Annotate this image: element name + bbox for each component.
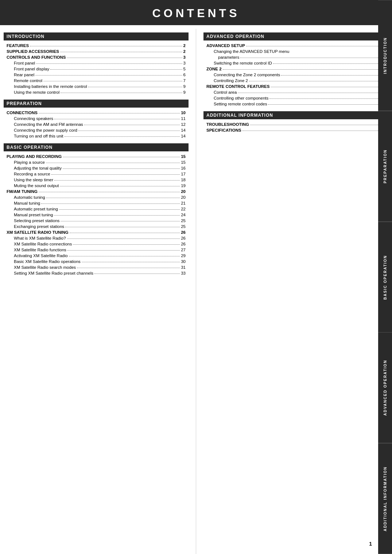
- entry-title: Automatic preset tuning: [14, 207, 58, 211]
- toc-entry-10: Manual preset tuning24: [4, 212, 189, 218]
- entry-page: 10: [181, 111, 186, 115]
- toc-entry-4: Turning on and off this unit14: [4, 133, 189, 139]
- entry-title: parameters: [218, 55, 239, 59]
- entry-dots: [268, 104, 380, 105]
- toc-entry-7: Installing batteries in the remote contr…: [4, 84, 189, 89]
- entry-page: 21: [181, 201, 186, 205]
- entry-title: Controlling other components: [214, 96, 268, 100]
- entry-title: PLAYING AND RECORDING: [7, 154, 62, 159]
- entry-page: 25: [181, 218, 186, 223]
- entry-dots: [46, 163, 180, 163]
- side-tab-3[interactable]: ADVANCED OPERATION: [378, 332, 392, 443]
- entry-title: CONNECTIONS: [7, 111, 38, 115]
- entry-dots: [54, 215, 180, 216]
- entry-dots: [65, 136, 180, 137]
- entry-page: 19: [181, 183, 186, 188]
- page-container: CONTENTS INTRODUCTIONFEATURES2SUPPLIED A…: [0, 0, 392, 554]
- entry-page: 26: [181, 230, 186, 235]
- entry-dots: [73, 244, 180, 245]
- entry-dots: [30, 46, 182, 46]
- entry-title: SPECIFICATIONS: [206, 128, 241, 132]
- entry-page: 14: [181, 134, 186, 138]
- entry-title: XM Satellite Radio functions: [14, 248, 66, 252]
- entry-title: Installing batteries in the remote contr…: [14, 84, 87, 89]
- toc-entry-14: What is XM Satellite Radio?26: [4, 235, 189, 241]
- entry-title: XM Satellite Radio connections: [14, 242, 72, 246]
- entry-page: 29: [181, 253, 186, 258]
- entry-page: 30: [181, 259, 186, 264]
- entry-page: 22: [181, 207, 186, 211]
- page-number: 1: [369, 541, 372, 547]
- entry-dots: [60, 52, 182, 52]
- toc-entry-3: Recording a source17: [4, 171, 189, 177]
- entry-dots: [88, 87, 182, 87]
- entry-page: 5: [183, 67, 186, 71]
- toc-entry-4: ZONE 237: [203, 66, 388, 72]
- toc-entry-7: Automatic tuning20: [4, 194, 189, 200]
- entry-page: 26: [181, 236, 186, 240]
- entry-title: SUPPLIED ACCESSORIES: [7, 49, 59, 54]
- entry-page: 12: [181, 122, 186, 127]
- toc-entry-8: Manual tuning21: [4, 200, 189, 206]
- entry-title: Manual tuning: [14, 201, 40, 205]
- toc-entry-0: FEATURES2: [4, 43, 189, 49]
- toc-entry-6: Controlling Zone 238: [203, 78, 388, 84]
- entry-title: Adjusting the tonal quality: [14, 166, 62, 170]
- entry-dots: [54, 119, 180, 119]
- entry-title: XM Satellite Radio search modes: [14, 265, 76, 270]
- toc-entry-10: Setting remote control codes41: [203, 101, 388, 107]
- entry-dots: [271, 87, 380, 87]
- toc-entry-0: TROUBLESHOOTING42: [203, 121, 388, 127]
- entry-title: Front panel display: [14, 67, 49, 71]
- toc-section-advanced-operation: ADVANCED OPERATIONADVANCED SETUP35Changi…: [203, 32, 388, 107]
- entry-title: ADVANCED SETUP: [206, 43, 245, 48]
- toc-section-additional-information: ADDITIONAL INFORMATIONTROUBLESHOOTING42S…: [203, 111, 388, 133]
- entry-title: Turning on and off this unit: [14, 134, 63, 138]
- entry-page: 3: [183, 61, 186, 65]
- toc-entry-19: XM Satellite Radio search modes31: [4, 264, 189, 270]
- toc-entry-1: Connecting speakers11: [4, 116, 189, 121]
- toc-entry-6: Remote control7: [4, 78, 189, 84]
- entry-title: Automatic tuning: [14, 195, 45, 199]
- entry-title: TROUBLESHOOTING: [206, 122, 249, 127]
- toc-entry-17: Activating XM Satellite Radio29: [4, 253, 189, 259]
- toc-entry-0: CONNECTIONS10: [4, 110, 189, 116]
- entry-title: What is XM Satellite Radio?: [14, 236, 66, 240]
- toc-entry-4: Front panel display5: [4, 66, 189, 72]
- entry-title: Basic XM Satellite Radio operations: [14, 259, 81, 264]
- entry-title: Connecting the power supply cord: [14, 128, 77, 132]
- toc-entry-1: Changing the ADVANCED SETUP menu: [203, 49, 388, 54]
- entry-page: 2: [183, 43, 186, 48]
- toc-entry-16: XM Satellite Radio functions27: [4, 247, 189, 253]
- left-column: INTRODUCTIONFEATURES2SUPPLIED ACCESSORIE…: [4, 29, 196, 554]
- entry-title: Exchanging preset stations: [14, 224, 64, 229]
- entry-dots: [240, 58, 380, 58]
- entry-dots: [242, 131, 380, 131]
- entry-dots: [77, 268, 180, 268]
- entry-dots: [65, 227, 180, 227]
- entry-page: 9: [183, 90, 186, 94]
- side-tab-4[interactable]: ADDITIONAL INFORMATION: [378, 443, 392, 554]
- entry-page: 17: [181, 172, 186, 176]
- section-header-preparation: PREPARATION: [4, 100, 189, 108]
- toc-entry-3: Front panel3: [4, 60, 189, 66]
- toc-entry-0: ADVANCED SETUP35: [203, 43, 388, 49]
- toc-section-introduction: INTRODUCTIONFEATURES2SUPPLIED ACCESSORIE…: [4, 32, 189, 95]
- side-tab-2[interactable]: BASIC OPERATION: [378, 222, 392, 333]
- entry-dots: [54, 180, 180, 181]
- entry-dots: [36, 63, 182, 64]
- toc-entry-5: Connecting the Zone 2 components37: [203, 72, 388, 78]
- section-header-advanced-operation: ADVANCED OPERATION: [203, 32, 388, 40]
- entry-dots: [69, 256, 180, 256]
- toc-entry-9: Automatic preset tuning22: [4, 206, 189, 212]
- side-tab-1[interactable]: PREPARATION: [378, 111, 392, 222]
- side-tab-0[interactable]: INTRODUCTION: [378, 0, 392, 111]
- entry-title: ZONE 2: [206, 67, 222, 71]
- entry-page: 2: [183, 49, 186, 54]
- entry-title: REMOTE CONTROL FEATURES: [206, 84, 269, 89]
- entry-title: FM/AM TUNING: [7, 189, 38, 194]
- entry-dots: [39, 113, 180, 113]
- toc-entry-5: Rear panel6: [4, 72, 189, 78]
- entry-dots: [50, 69, 182, 70]
- entry-title: Rear panel: [14, 73, 34, 77]
